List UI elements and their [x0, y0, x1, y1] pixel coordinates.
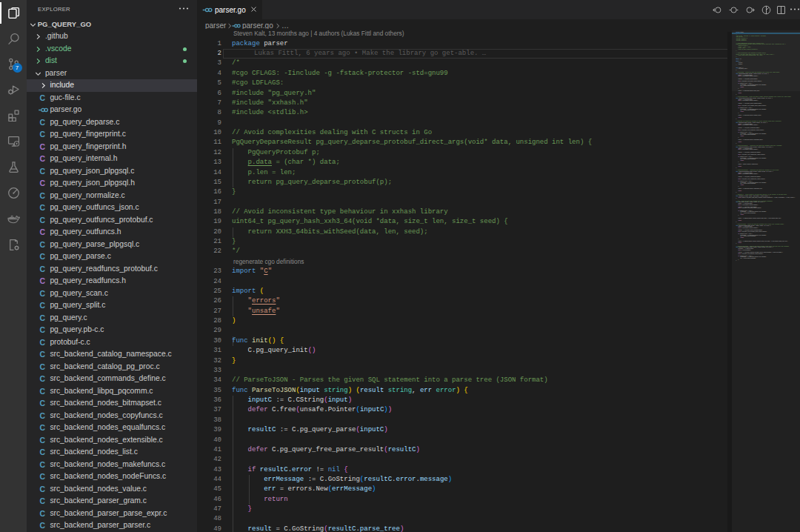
svg-text:}: } [736, 260, 737, 261]
svg-text:resultC := C.pg_query_fingerpr: resultC := C.pg_query_fingerprint(inputC… [739, 176, 761, 177]
svg-text:return: return [739, 117, 742, 118]
svg-text:err = errors.New(errMessage): err = errors.New(errMessage) [741, 110, 756, 110]
svg-text:}: } [736, 56, 737, 57]
svg-text:}: } [739, 259, 739, 260]
svg-text:// ParsePlPgSqlToJSON - Parses: // ParsePlPgSqlToJSON - Parses the given… [736, 96, 792, 97]
svg-text:func DeparseFromProtobuf(input: func DeparseFromProtobuf(input []byte) (… [736, 247, 773, 247]
svg-text:result = uint64(resultC.finger: result = uint64(resultC.fingerprint) [739, 163, 759, 164]
svg-text:}: } [736, 50, 737, 51]
svg-text:func FingerprintToHexStr(input: func FingerprintToHexStr(input string) (… [736, 171, 773, 172]
svg-text:err = errors.New(errMessage): err = errors.New(errMessage) [741, 213, 756, 213]
svg-text:if resultC.error != nil {: if resultC.error != nil { [739, 233, 753, 234]
svg-text:}: } [736, 119, 737, 119]
svg-text:#cgo CFLAGS: -Iinclude -g -fst: #cgo CFLAGS: -Iinclude -g -fstack-protec… [736, 35, 766, 36]
svg-text:protobufC := C.CBytes(input): protobufC := C.CBytes(input) [739, 248, 754, 249]
svg-text:package parser: package parser [736, 32, 744, 33]
svg-text:func init() {: func init() { [736, 67, 744, 68]
svg-text:func ParsePlPgSqlToJSON(input: func ParsePlPgSqlToJSON(input string) (r… [736, 98, 773, 99]
svg-text:err = errors.New(errMessage): err = errors.New(errMessage) [741, 159, 756, 159]
svg-text:#include "xxhash.h": #include "xxhash.h" [736, 39, 747, 40]
svg-text:}: } [736, 192, 737, 193]
svg-text:inputC := C.CString(input): inputC := C.CString(input) [739, 226, 753, 227]
svg-text:return: return [741, 160, 744, 161]
svg-text:C.pg_query_init(): C.pg_query_init() [739, 68, 748, 70]
svg-text:err = errors.New(errMessage): err = errors.New(errMessage) [741, 236, 756, 236]
svg-text:if resultC.error != nil {: if resultC.error != nil { [739, 210, 753, 211]
svg-text:return: return [741, 237, 744, 238]
svg-text:errMessage := C.GoString(resul: errMessage := C.GoString(resultC.error.m… [741, 158, 767, 159]
svg-text:defer C.pg_query_free_fingerpr: defer C.pg_query_free_fingerprint_result… [739, 179, 766, 180]
svg-text:resultC := C.pg_query_fingerpr: resultC := C.pg_query_fingerprint(inputC… [739, 151, 761, 153]
svg-text:resultC := C.pg_query_normaliz: resultC := C.pg_query_normalize(inputC) [739, 127, 760, 128]
svg-text:inputC := C.CString(input): inputC := C.CString(input) [739, 124, 753, 124]
svg-text:}: } [736, 243, 737, 244]
svg-text:err = errors.New(errMessage): err = errors.New(errMessage) [741, 183, 756, 184]
svg-text:inputC := C.CString(input): inputC := C.CString(input) [739, 173, 753, 173]
svg-text:"unsafe": "unsafe" [739, 64, 743, 64]
svg-text:// ParseToJSON - Parses the gi: // ParseToJSON - Parses the given SQL st… [736, 72, 780, 73]
svg-text:errMessage := C.GoString(resul: errMessage := C.GoString(resultC.error.m… [741, 182, 767, 183]
svg-text:}: } [736, 143, 737, 144]
svg-text:resultC := C.pg_query_parse_pl: resultC := C.pg_query_parse_plpgsql(inpu… [739, 102, 762, 104]
svg-text:result = C.GoString(resultC.pa: result = C.GoString(resultC.parse_tree) [739, 90, 760, 92]
svg-text:// DeparseFromProtobuf - Depar: // DeparseFromProtobuf - Deparses the gi… [736, 246, 790, 247]
svg-text:if resultC.error != nil {: if resultC.error != nil { [739, 256, 753, 256]
svg-text:return: return [741, 111, 744, 112]
svg-text:// FingerprintToUInt64 - Finge: // FingerprintToUInt64 - Fingerprint the… [736, 144, 782, 146]
svg-text:defer C.pg_query_free_deparse_: defer C.pg_query_free_deparse_result(res… [739, 253, 764, 254]
svg-text:resultC := C.pg_query_parse(in: resultC := C.pg_query_parse(inputC) [739, 78, 758, 79]
svg-text:errMessage := C.GoString(resul: errMessage := C.GoString(resultC.error.m… [741, 211, 767, 212]
svg-text:import "C": import "C" [736, 59, 742, 59]
svg-text:import (: import ( [736, 61, 741, 61]
svg-text:inputC := C.CString(input): inputC := C.CString(input) [739, 75, 753, 76]
svg-text:if resultC.error != nil {: if resultC.error != nil { [739, 107, 753, 108]
svg-text:func Normalize(input string) (: func Normalize(input string) (result str… [736, 122, 768, 123]
svg-text:return: return [739, 93, 742, 93]
svg-text:if resultC.error != nil {: if resultC.error != nil { [739, 83, 753, 84]
svg-text:return: return [741, 87, 744, 87]
svg-text:return: return [739, 166, 742, 167]
svg-text:defer C.free(unsafe.Pointer(in: defer C.free(unsafe.Pointer(inputC)) [739, 173, 759, 174]
svg-text:errMessage := C.GoString(resul: errMessage := C.GoString(resultC.error.m… [741, 133, 767, 134]
svg-text:"errors": "errors" [739, 62, 743, 63]
svg-text:return: return [739, 190, 742, 191]
svg-text:}: } [739, 239, 739, 239]
svg-text:func ParseToJSON(input string): func ParseToJSON(input string) (result s… [736, 73, 769, 74]
svg-text:return: return [739, 242, 742, 243]
svg-text:func ParseToProtobuf(input str: func ParseToProtobuf(input string) (resu… [736, 225, 771, 225]
svg-text:}: } [739, 113, 739, 113]
svg-text:defer C.free(unsafe.Pointer(in: defer C.free(unsafe.Pointer(inputC)) [739, 227, 759, 228]
svg-text:defer C.free(unsafe.Pointer(in: defer C.free(unsafe.Pointer(inputC)) [739, 100, 759, 101]
svg-text:/*: /* [736, 34, 738, 35]
svg-text:return: return [741, 214, 744, 215]
svg-text:defer C.pg_query_free_plpgsql_: defer C.pg_query_free_plpgsql_parse_resu… [739, 105, 767, 107]
svg-text:defer C.pg_query_free_parse_re: defer C.pg_query_free_parse_result(resul… [739, 81, 762, 82]
svg-text:result = C.GoBytes(unsafe.Poin: result = C.GoBytes(unsafe.Pointer(result… [739, 241, 788, 242]
svg-text:): ) [736, 64, 737, 65]
svg-text:errMessage := C.GoString(resul: errMessage := C.GoString(resultC.error.m… [741, 109, 767, 110]
svg-text:}: } [736, 222, 737, 222]
svg-text:}: } [736, 167, 737, 168]
svg-text:return: return [741, 136, 744, 136]
svg-text:// FingerprintToHexStr - Finge: // FingerprintToHexStr - Fingerprint the… [736, 170, 779, 170]
svg-text:return: return [741, 184, 744, 185]
svg-text:err = errors.New(errMessage): err = errors.New(errMessage) [741, 85, 756, 86]
svg-text:// ParseToProtobuf - Parses th: // ParseToProtobuf - Parses the given SQ… [736, 224, 784, 225]
svg-text:}: } [736, 70, 737, 70]
svg-text:return pg_query_deparse_protob: return pg_query_deparse_protobuf(p); [739, 49, 759, 50]
svg-text:// Avoid inconsistent type beh: // Avoid inconsistent type behaviour in … [736, 52, 766, 53]
svg-text:}: } [736, 94, 737, 95]
svg-text:inputC := C.CString(input): inputC := C.CString(input) [739, 99, 753, 100]
svg-text:}: } [736, 198, 737, 199]
svg-text:func Scan(input string) (resul: func Scan(input string) (result []byte, … [736, 202, 765, 202]
svg-text:defer C.free(protobufC): defer C.free(protobufC) [739, 249, 751, 250]
svg-text:defer C.free(unsafe.Pointer(in: defer C.free(unsafe.Pointer(inputC)) [739, 149, 759, 150]
svg-text:errMessage := C.GoString(resul: errMessage := C.GoString(resultC.error.m… [741, 256, 767, 257]
svg-text:defer C.pg_query_free_normaliz: defer C.pg_query_free_normalize_result(r… [739, 130, 764, 131]
svg-text:result = C.GoString(resultC.no: result = C.GoString(resultC.normalized_q… [739, 139, 764, 141]
svg-text:// Normalize the passed SQL st: // Normalize the passed SQL statement to… [736, 121, 781, 122]
svg-text:defer C.pg_query_free_fingerpr: defer C.pg_query_free_fingerprint_result… [739, 154, 766, 156]
svg-text:}: } [739, 215, 739, 216]
svg-text:// Avoid complexities dealing: // Avoid complexities dealing with C str… [736, 41, 764, 43]
svg-text:result = C.GoBytes(unsafe.Poin: result = C.GoBytes(unsafe.Pointer(result… [739, 218, 781, 219]
